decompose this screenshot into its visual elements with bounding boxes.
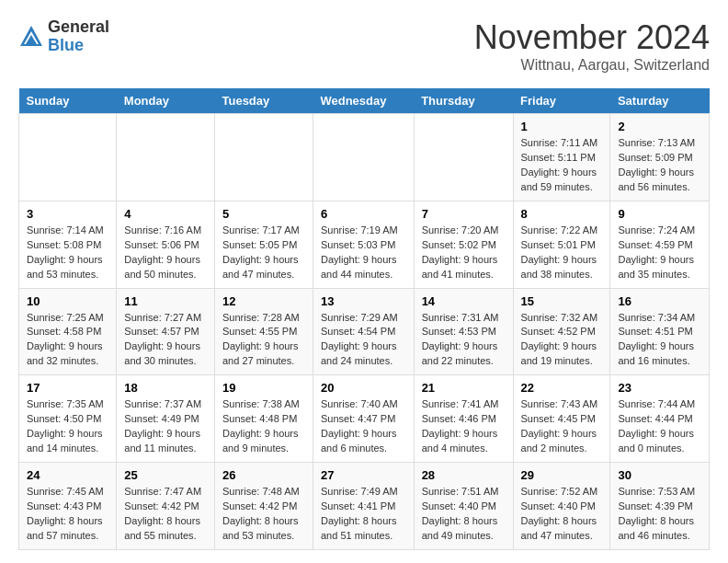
day-number: 23	[618, 381, 701, 395]
day-number: 19	[222, 381, 305, 395]
calendar-week-row: 17Sunrise: 7:35 AM Sunset: 4:50 PM Dayli…	[19, 375, 710, 463]
day-number: 10	[27, 294, 108, 308]
day-number: 17	[27, 381, 108, 395]
calendar-cell: 24Sunrise: 7:45 AM Sunset: 4:43 PM Dayli…	[19, 463, 117, 550]
day-info: Sunrise: 7:20 AM Sunset: 5:02 PM Dayligh…	[422, 224, 506, 282]
calendar-cell	[214, 114, 313, 201]
day-info: Sunrise: 7:29 AM Sunset: 4:54 PM Dayligh…	[321, 311, 406, 370]
day-info: Sunrise: 7:37 AM Sunset: 4:49 PM Dayligh…	[124, 397, 207, 456]
calendar-cell	[414, 114, 513, 201]
calendar-cell: 23Sunrise: 7:44 AM Sunset: 4:44 PM Dayli…	[610, 375, 710, 463]
day-number: 2	[618, 120, 701, 133]
day-number: 24	[27, 468, 108, 482]
day-info: Sunrise: 7:47 AM Sunset: 4:42 PM Dayligh…	[124, 485, 207, 544]
day-number: 8	[521, 207, 603, 221]
day-number: 18	[124, 381, 207, 395]
calendar-cell: 1Sunrise: 7:11 AM Sunset: 5:11 PM Daylig…	[513, 114, 610, 201]
day-number: 5	[222, 207, 305, 221]
calendar-cell: 14Sunrise: 7:31 AM Sunset: 4:53 PM Dayli…	[414, 288, 513, 375]
calendar-week-row: 10Sunrise: 7:25 AM Sunset: 4:58 PM Dayli…	[19, 288, 710, 375]
day-info: Sunrise: 7:49 AM Sunset: 4:41 PM Dayligh…	[321, 485, 406, 544]
day-number: 29	[521, 468, 603, 482]
day-number: 3	[27, 207, 108, 221]
calendar-cell: 22Sunrise: 7:43 AM Sunset: 4:45 PM Dayli…	[513, 375, 610, 463]
day-number: 27	[321, 468, 406, 482]
day-number: 16	[618, 294, 701, 308]
day-number: 14	[422, 294, 506, 308]
logo-general-text: General	[48, 17, 109, 36]
calendar-cell: 20Sunrise: 7:40 AM Sunset: 4:47 PM Dayli…	[313, 375, 414, 463]
day-number: 20	[321, 381, 406, 395]
calendar-cell: 21Sunrise: 7:41 AM Sunset: 4:46 PM Dayli…	[414, 375, 513, 463]
day-number: 12	[222, 294, 305, 308]
day-number: 13	[321, 294, 406, 308]
calendar-cell: 11Sunrise: 7:27 AM Sunset: 4:57 PM Dayli…	[117, 288, 215, 375]
weekday-header: Sunday	[19, 88, 117, 114]
calendar-cell: 30Sunrise: 7:53 AM Sunset: 4:39 PM Dayli…	[610, 463, 710, 550]
header: General Blue November 2024 Wittnau, Aarg…	[18, 18, 710, 74]
calendar-table: SundayMondayTuesdayWednesdayThursdayFrid…	[18, 88, 710, 550]
day-number: 21	[422, 381, 506, 395]
day-info: Sunrise: 7:14 AM Sunset: 5:08 PM Dayligh…	[27, 224, 108, 282]
day-info: Sunrise: 7:13 AM Sunset: 5:09 PM Dayligh…	[618, 136, 701, 195]
day-info: Sunrise: 7:28 AM Sunset: 4:55 PM Dayligh…	[222, 311, 305, 370]
title-block: November 2024 Wittnau, Aargau, Switzerla…	[474, 18, 710, 74]
weekday-header: Friday	[513, 88, 610, 114]
day-info: Sunrise: 7:44 AM Sunset: 4:44 PM Dayligh…	[618, 397, 701, 456]
calendar-cell: 5Sunrise: 7:17 AM Sunset: 5:05 PM Daylig…	[214, 201, 313, 288]
day-info: Sunrise: 7:43 AM Sunset: 4:45 PM Dayligh…	[521, 397, 603, 456]
calendar-cell: 7Sunrise: 7:20 AM Sunset: 5:02 PM Daylig…	[414, 201, 513, 288]
day-info: Sunrise: 7:24 AM Sunset: 4:59 PM Dayligh…	[618, 224, 701, 282]
day-info: Sunrise: 7:48 AM Sunset: 4:42 PM Dayligh…	[222, 485, 305, 544]
calendar-cell: 13Sunrise: 7:29 AM Sunset: 4:54 PM Dayli…	[313, 288, 414, 375]
calendar-cell: 29Sunrise: 7:52 AM Sunset: 4:40 PM Dayli…	[513, 463, 610, 550]
day-info: Sunrise: 7:52 AM Sunset: 4:40 PM Dayligh…	[521, 485, 603, 544]
calendar-cell: 16Sunrise: 7:34 AM Sunset: 4:51 PM Dayli…	[610, 288, 710, 375]
day-number: 22	[521, 381, 603, 395]
logo-text: General Blue	[48, 18, 109, 55]
calendar-cell: 8Sunrise: 7:22 AM Sunset: 5:01 PM Daylig…	[513, 201, 610, 288]
weekday-header-row: SundayMondayTuesdayWednesdayThursdayFrid…	[19, 88, 710, 114]
day-info: Sunrise: 7:53 AM Sunset: 4:39 PM Dayligh…	[618, 485, 701, 544]
calendar-cell: 17Sunrise: 7:35 AM Sunset: 4:50 PM Dayli…	[19, 375, 117, 463]
day-number: 9	[618, 207, 701, 221]
day-info: Sunrise: 7:31 AM Sunset: 4:53 PM Dayligh…	[422, 311, 506, 370]
calendar-cell: 18Sunrise: 7:37 AM Sunset: 4:49 PM Dayli…	[117, 375, 215, 463]
logo: General Blue	[18, 18, 109, 55]
weekday-header: Thursday	[414, 88, 513, 114]
calendar-cell: 2Sunrise: 7:13 AM Sunset: 5:09 PM Daylig…	[610, 114, 710, 201]
calendar-cell: 28Sunrise: 7:51 AM Sunset: 4:40 PM Dayli…	[414, 463, 513, 550]
day-number: 25	[124, 468, 207, 482]
day-number: 7	[422, 207, 506, 221]
calendar-cell: 15Sunrise: 7:32 AM Sunset: 4:52 PM Dayli…	[513, 288, 610, 375]
weekday-header: Monday	[117, 88, 215, 114]
day-info: Sunrise: 7:35 AM Sunset: 4:50 PM Dayligh…	[27, 397, 108, 456]
day-info: Sunrise: 7:45 AM Sunset: 4:43 PM Dayligh…	[27, 485, 108, 544]
day-number: 30	[618, 468, 701, 482]
calendar-cell: 27Sunrise: 7:49 AM Sunset: 4:41 PM Dayli…	[313, 463, 414, 550]
calendar-cell: 6Sunrise: 7:19 AM Sunset: 5:03 PM Daylig…	[313, 201, 414, 288]
day-number: 1	[521, 120, 603, 133]
weekday-header: Tuesday	[214, 88, 313, 114]
calendar-week-row: 3Sunrise: 7:14 AM Sunset: 5:08 PM Daylig…	[19, 201, 710, 288]
month-title: November 2024	[474, 18, 710, 57]
day-info: Sunrise: 7:40 AM Sunset: 4:47 PM Dayligh…	[321, 397, 406, 456]
calendar-cell: 12Sunrise: 7:28 AM Sunset: 4:55 PM Dayli…	[214, 288, 313, 375]
calendar-cell: 4Sunrise: 7:16 AM Sunset: 5:06 PM Daylig…	[117, 201, 215, 288]
calendar-cell	[117, 114, 215, 201]
day-number: 6	[321, 207, 406, 221]
calendar-cell: 26Sunrise: 7:48 AM Sunset: 4:42 PM Dayli…	[214, 463, 313, 550]
location-title: Wittnau, Aargau, Switzerland	[474, 57, 710, 74]
day-info: Sunrise: 7:38 AM Sunset: 4:48 PM Dayligh…	[222, 397, 305, 456]
calendar-cell	[19, 114, 117, 201]
day-info: Sunrise: 7:16 AM Sunset: 5:06 PM Dayligh…	[124, 224, 207, 282]
calendar-week-row: 1Sunrise: 7:11 AM Sunset: 5:11 PM Daylig…	[19, 114, 710, 201]
calendar-cell: 9Sunrise: 7:24 AM Sunset: 4:59 PM Daylig…	[610, 201, 710, 288]
day-info: Sunrise: 7:51 AM Sunset: 4:40 PM Dayligh…	[422, 485, 506, 544]
day-number: 28	[422, 468, 506, 482]
day-info: Sunrise: 7:19 AM Sunset: 5:03 PM Dayligh…	[321, 224, 406, 282]
weekday-header: Wednesday	[313, 88, 414, 114]
weekday-header: Saturday	[610, 88, 710, 114]
logo-blue-text: Blue	[48, 36, 84, 54]
calendar-cell: 3Sunrise: 7:14 AM Sunset: 5:08 PM Daylig…	[19, 201, 117, 288]
